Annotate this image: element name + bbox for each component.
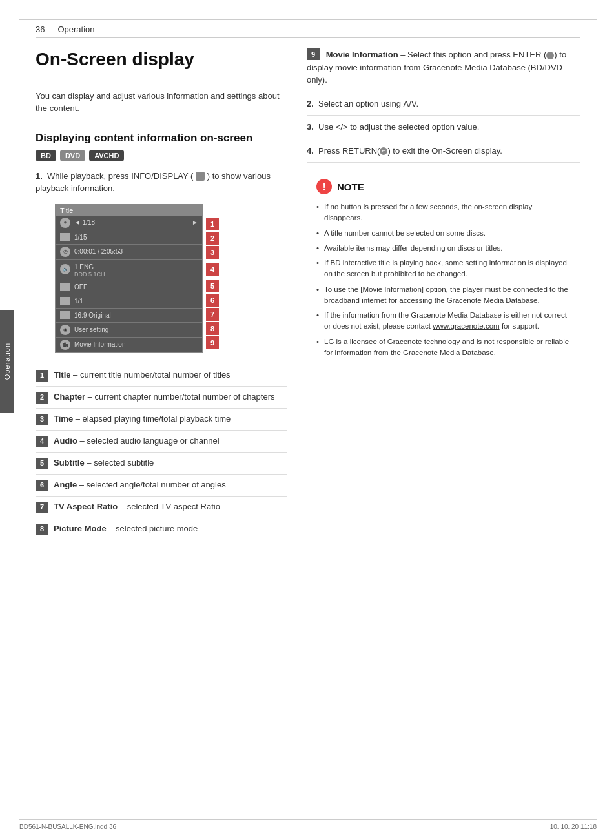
screen-row-2: 1/15 [56, 230, 202, 245]
step-3: 3. Use </> to adjust the selected option… [307, 116, 580, 139]
desc-num-5: 5 [36, 458, 48, 469]
footer-left: BD561-N-BUSALLK-ENG.indd 36 [19, 823, 116, 830]
desc-item-1: 1 Title – current title number/total num… [36, 365, 287, 387]
badge-avchd: AVCHD [89, 150, 124, 161]
num-badge-1: 1 [206, 218, 219, 230]
chapter-icon [60, 233, 70, 241]
screen-row-5: OFF [56, 280, 202, 294]
note-header: ! NOTE [316, 179, 571, 194]
page-title: On-Screen display [36, 48, 287, 70]
display-icon [196, 172, 205, 181]
footer-right: 10. 10. 20 11:18 [550, 823, 597, 830]
right-column: 9 Movie Information – Select this option… [307, 48, 580, 367]
ratio-icon [60, 311, 70, 319]
num-badge-9: 9 [206, 336, 219, 349]
screen-row-6: 1/1 [56, 294, 202, 309]
desc-item-5: 5 Subtitle – selected subtitle [36, 453, 287, 475]
note-item-7: LG is a licensee of Gracenote technology… [316, 334, 571, 361]
badge-row: BD DVD AVCHD [36, 150, 287, 161]
page-footer: BD561-N-BUSALLK-ENG.indd 36 10. 10. 20 1… [19, 819, 597, 830]
right-num-9: 9 [307, 48, 320, 60]
right-item-9: 9 Movie Information – Select this option… [307, 48, 580, 92]
screen-with-badges: Title ● ◄ 1/18 ► 1/15 [55, 204, 236, 353]
screen-row-7: 16:9 Original [56, 309, 202, 323]
desc-item-6: 6 Angle – selected angle/total number of… [36, 475, 287, 497]
number-badges: 1 2 3 4 5 [206, 204, 219, 350]
note-list: If no button is pressed for a few second… [316, 200, 571, 360]
left-column: On-Screen display You can display and ad… [36, 48, 287, 540]
gracenote-link[interactable]: www.gracenote.com [433, 322, 500, 330]
screen-row-1: ● ◄ 1/18 ► [56, 216, 202, 230]
desc-item-4: 4 Audio – selected audio language or cha… [36, 431, 287, 453]
screen-row-8: ◉ User setting [56, 323, 202, 338]
enter-icon [546, 52, 554, 59]
note-item-2: A title number cannot be selected on som… [316, 226, 571, 241]
desc-num-7: 7 [36, 502, 48, 513]
page-section-title: Operation [57, 25, 94, 34]
num-badge-7: 7 [206, 308, 219, 321]
side-tab-label: Operation [3, 343, 11, 380]
num-badge-5: 5 [206, 280, 219, 292]
tv-screen: Title ● ◄ 1/18 ► 1/15 [55, 204, 203, 353]
audio-icon: 🔊 [60, 264, 70, 274]
step-2: 2. Select an option using Λ/V. [307, 92, 580, 116]
desc-item-8: 8 Picture Mode – selected picture mode [36, 518, 287, 540]
desc-num-2: 2 [36, 392, 48, 404]
movie-icon: 🎬 [60, 340, 70, 350]
desc-item-3: 3 Time – elapsed playing time/total play… [36, 409, 287, 431]
angle-icon [60, 297, 70, 305]
note-item-1: If no button is pressed for a few second… [316, 200, 571, 226]
note-title: NOTE [337, 181, 364, 192]
num-badge-2: 2 [206, 232, 219, 245]
note-item-4: If BD interactive title is playing back,… [316, 256, 571, 282]
desc-num-6: 6 [36, 480, 48, 491]
num-badge-6: 6 [206, 294, 219, 307]
num-badge-3: 3 [206, 246, 219, 259]
note-item-3: Available items may differ depending on … [316, 241, 571, 256]
desc-list: 1 Title – current title number/total num… [36, 365, 287, 540]
note-item-5: To use the [Movie Information] option, t… [316, 282, 571, 309]
step-4: 4. Press RETURN(↩) to exit the On-Screen… [307, 139, 580, 163]
badge-bd: BD [36, 150, 56, 161]
intro-text: You can display and adjust various infor… [36, 90, 287, 115]
desc-num-8: 8 [36, 524, 48, 535]
screen-row-3: ◷ 0:00:01 / 2:05:53 [56, 245, 202, 260]
note-exclamation-icon: ! [316, 179, 332, 194]
desc-item-2: 2 Chapter – current chapter number/total… [36, 387, 287, 409]
step1-text: 1. While playback, press INFO/DISPLAY ( … [36, 170, 287, 195]
time-icon: ◷ [60, 247, 70, 257]
desc-item-7: 7 TV Aspect Ratio – selected TV aspect R… [36, 497, 287, 518]
screen-row-9: 🎬 Movie Information [56, 338, 202, 352]
desc-num-1: 1 [36, 370, 48, 382]
page-wrapper: 36 Operation Operation On-Screen display… [0, 0, 616, 840]
note-box: ! NOTE If no button is pressed for a few… [307, 172, 580, 367]
num-badge-4: 4 [206, 263, 219, 276]
badge-dvd: DVD [60, 150, 85, 161]
picture-icon: ◉ [60, 325, 70, 335]
screen-row-4: 🔊 1 ENG DDD 5.1CH [56, 260, 202, 280]
return-icon: ↩ [380, 147, 387, 155]
desc-num-4: 4 [36, 436, 48, 447]
screen-title-bar: Title [56, 205, 202, 216]
side-tab: Operation [0, 310, 14, 413]
note-item-6: If the information from the Gracenote Me… [316, 308, 571, 334]
screen-container: Title ● ◄ 1/18 ► 1/15 [55, 204, 236, 353]
page-header: 36 Operation [36, 25, 580, 38]
desc-num-3: 3 [36, 414, 48, 425]
page-number: 36 [36, 25, 45, 34]
top-border [19, 19, 597, 20]
disc-icon: ● [60, 218, 70, 228]
num-badge-8: 8 [206, 322, 219, 335]
section-heading: Displaying content information on-screen [36, 131, 287, 145]
subtitle-icon [60, 283, 70, 291]
